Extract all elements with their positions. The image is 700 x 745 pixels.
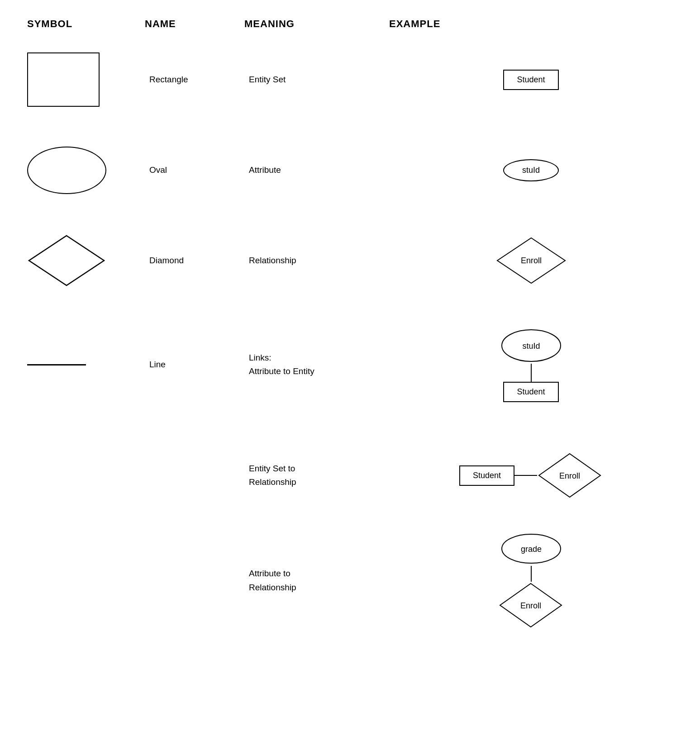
example-student-esr: Student	[459, 465, 514, 486]
name-diamond: Diamond	[145, 256, 244, 266]
symbol-oval	[27, 147, 145, 194]
meaning-line-text1: Links:	[249, 353, 271, 362]
example-entity-set-to-rel: Student Enroll	[389, 452, 673, 499]
diamond-shape	[27, 233, 106, 288]
symbol-diamond	[27, 233, 145, 288]
example-enroll-diamond-atr: Enroll	[498, 582, 564, 629]
svg-marker-0	[29, 236, 104, 285]
meaning-rectangle: Entity Set	[244, 75, 389, 85]
example-attr-to-rel: grade Enroll	[389, 532, 673, 629]
table-row-entity-set-to-rel: Entity Set to Relationship Student Enrol…	[27, 446, 673, 505]
example-grade-oval: grade	[497, 532, 565, 566]
meaning-atr-line1: Attribute to	[249, 569, 290, 578]
name-line: Line	[145, 360, 244, 370]
line-shape	[27, 364, 86, 365]
example-rectangle: Student	[389, 70, 673, 90]
col-header-example: EXAMPLE	[389, 18, 673, 30]
col-header-meaning: MEANING	[244, 18, 389, 30]
v-connector-atr	[531, 566, 532, 582]
meaning-esr-line1: Entity Set to	[249, 464, 295, 473]
col-header-symbol: SYMBOL	[27, 18, 145, 30]
table-row-oval: Oval Attribute stuId	[27, 138, 673, 202]
attr-rel-diagram: grade Enroll	[497, 532, 565, 629]
svg-text:Enroll: Enroll	[520, 601, 541, 610]
example-student-rect-line: Student	[503, 382, 558, 402]
oval-shape	[27, 147, 106, 194]
symbol-line	[27, 364, 145, 365]
example-enroll-diamond-esr: Enroll	[537, 452, 603, 499]
vertical-connector	[531, 364, 532, 382]
symbol-rectangle	[27, 52, 145, 107]
meaning-attr-to-rel: Attribute to Relationship	[244, 567, 389, 594]
meaning-esr-line2: Relationship	[249, 477, 296, 487]
table-header: SYMBOL NAME MEANING EXAMPLE	[27, 18, 673, 34]
svg-text:Enroll: Enroll	[520, 256, 541, 265]
rectangle-shape	[27, 52, 100, 107]
meaning-diamond: Relationship	[244, 256, 389, 266]
meaning-entity-set-to-rel: Entity Set to Relationship	[244, 462, 389, 489]
h-connector-esr	[514, 475, 537, 476]
meaning-oval: Attribute	[244, 165, 389, 175]
example-stuid-oval: stuId	[503, 159, 559, 181]
meaning-line: Links: Attribute to Entity	[244, 351, 389, 379]
example-diamond: Enroll	[389, 236, 673, 285]
example-student-rect: Student	[503, 70, 558, 90]
page: SYMBOL NAME MEANING EXAMPLE Rectangle En…	[0, 0, 700, 745]
example-line: stuId Student	[389, 327, 673, 402]
table-row-rectangle: Rectangle Entity Set Student	[27, 48, 673, 111]
svg-text:grade: grade	[520, 545, 541, 554]
svg-text:Enroll: Enroll	[559, 471, 580, 480]
line-linked-example: stuId Student	[497, 327, 565, 402]
entity-rel-diagram: Student Enroll	[459, 452, 603, 499]
example-enroll-diamond: Enroll	[495, 236, 567, 285]
name-oval: Oval	[145, 165, 244, 175]
table-row-diamond: Diamond Relationship Enroll	[27, 229, 673, 292]
example-stuid-oval-top: stuId	[497, 327, 565, 364]
example-oval: stuId	[389, 159, 673, 181]
col-header-name: NAME	[145, 18, 244, 30]
table-row-line: Line Links: Attribute to Entity stuId St…	[27, 319, 673, 410]
meaning-atr-line2: Relationship	[249, 583, 296, 592]
meaning-line-text2: Attribute to Entity	[249, 366, 314, 376]
name-rectangle: Rectangle	[145, 75, 244, 85]
table-row-attr-to-rel: Attribute to Relationship grade Enroll	[27, 532, 673, 629]
svg-text:stuId: stuId	[522, 342, 540, 351]
